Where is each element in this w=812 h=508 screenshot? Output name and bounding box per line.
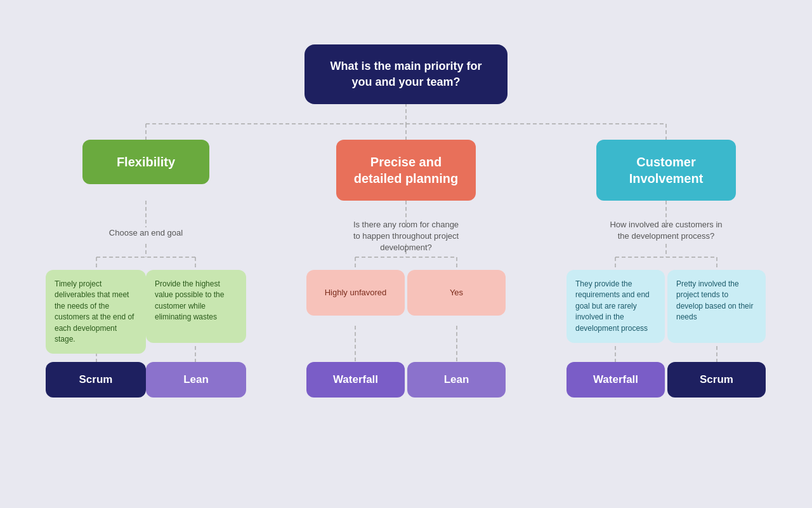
root-label: What is the main priority for you and yo…	[304, 44, 508, 104]
waterfall2-box[interactable]: Waterfall	[566, 362, 665, 398]
question-2: Is there any room for change to happen t…	[349, 219, 463, 254]
flexibility-box: Flexibility	[82, 140, 209, 184]
c1-box: They provide the requirements and end go…	[566, 270, 665, 343]
c2-box: Pretty involved the project tends to dev…	[667, 270, 766, 343]
flexibility-label: Flexibility	[82, 140, 209, 184]
f1-box: Timely project deliverables that meet th…	[46, 270, 146, 354]
planning-box: Precise and detailed planning	[336, 140, 476, 201]
customer-label: Customer Involvement	[596, 140, 736, 201]
question-3: How involved are customers in the develo…	[609, 219, 723, 242]
f2-box: Provide the highest value possible to th…	[146, 270, 246, 343]
scrum1-box[interactable]: Scrum	[46, 362, 146, 398]
planning-label: Precise and detailed planning	[336, 140, 476, 201]
root-node: What is the main priority for you and yo…	[304, 44, 508, 104]
lean2-box[interactable]: Lean	[407, 362, 506, 398]
p2-box: Yes	[407, 270, 506, 316]
question-1: Choose an end goal	[89, 227, 203, 239]
scrum2-box[interactable]: Scrum	[667, 362, 766, 398]
waterfall1-box[interactable]: Waterfall	[306, 362, 405, 398]
p1-box: Highly unfavored	[306, 270, 405, 316]
lean1-box[interactable]: Lean	[146, 362, 246, 398]
customer-box: Customer Involvement	[596, 140, 736, 201]
